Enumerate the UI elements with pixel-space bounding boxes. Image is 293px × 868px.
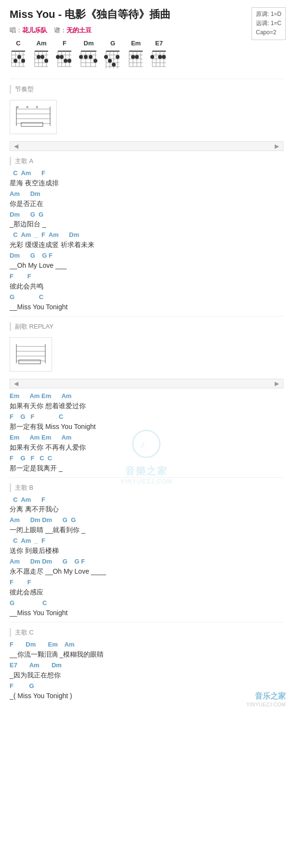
chord-E7-diagram — [150, 48, 168, 69]
svg-text:×: × — [16, 105, 19, 110]
verse-a-lyric-6: 彼此会共鸣 — [10, 281, 283, 291]
scroll-right-arrow-2[interactable]: ▶ — [275, 380, 279, 387]
svg-point-11 — [21, 59, 25, 63]
verse-c-chord-3: F G — [10, 682, 283, 690]
verse-b-chord-6: G C — [10, 599, 283, 607]
verse-b-chord-2: Am Dm Dm G G — [10, 516, 283, 524]
svg-point-21 — [37, 55, 40, 59]
verse-c-lyric-1: __你流一颗泪滴 _模糊我的眼睛 — [10, 649, 283, 660]
chord-E7: E7 — [150, 40, 168, 71]
svg-point-85 — [162, 55, 166, 59]
capo: Capo=2 — [256, 28, 281, 37]
verse-b-lyric-3: 送你 到最后楼梯 — [10, 546, 283, 556]
verse-a-lyric-5: __Oh My Love ___ — [10, 261, 283, 271]
bottom-watermark-sub: YINYUEZJ.COM — [246, 702, 286, 707]
rhythm-pattern-box: × × × — [10, 100, 57, 134]
verse-a-chord-6: F F — [10, 273, 283, 281]
chord-Am: Am — [33, 40, 50, 71]
chord-Dm-diagram — [79, 48, 98, 69]
key-original: 原调: 1=D — [256, 10, 281, 19]
chorus-lyric-2: 那一定有我 Miss You Tonight — [10, 422, 283, 432]
chord-C: C — [10, 40, 27, 71]
chord-Am-diagram — [33, 48, 50, 69]
chorus-rhythm-svg — [14, 342, 48, 366]
scroll-right-arrow[interactable]: ▶ — [275, 143, 279, 150]
verse-b-lyric-6: __Miss You Tonight — [10, 608, 283, 618]
rhythm-section-header: 节奏型 — [10, 85, 283, 94]
verse-b-lyric-5: 彼此会感应 — [10, 587, 283, 597]
chord-diagrams: C Am — [10, 40, 283, 71]
chord-G-diagram — [104, 48, 121, 71]
chorus-chord-3: Em Am Em Am — [10, 434, 283, 442]
svg-point-72 — [131, 55, 135, 59]
svg-point-59 — [104, 55, 108, 59]
chord-Em-diagram — [127, 48, 145, 69]
svg-point-61 — [108, 59, 112, 63]
verse-b-lyric-4: 永不愿走尽 __Oh My Love ____ — [10, 566, 283, 577]
verse-a-chord-5: Dm G G F — [10, 252, 283, 260]
scroll-left-arrow[interactable]: ◀ — [14, 143, 18, 150]
chord-Em: Em — [127, 40, 145, 71]
chorus-rhythm-box — [10, 337, 52, 372]
verse-a-section: C Am F 星海 夜空连成排 Am Dm 你是否正在 Dm G G _那边阳台… — [10, 169, 283, 312]
chord-Dm: Dm — [79, 40, 98, 71]
verse-a-lyric-7: __Miss You Tonight — [10, 302, 283, 312]
svg-rect-95 — [21, 123, 43, 126]
chord-F: F — [56, 40, 73, 71]
svg-rect-104 — [19, 360, 40, 364]
chorus-lyric-1: 如果有天你 想着谁爱过你 — [10, 401, 283, 411]
svg-text:×: × — [36, 105, 38, 110]
svg-point-48 — [89, 55, 93, 59]
verse-c-header: 主歌 C — [10, 628, 283, 637]
chord-F-diagram — [56, 48, 73, 69]
singer-label: 唱： — [10, 27, 22, 34]
svg-text:×: × — [26, 105, 28, 110]
chorus-chord-4: F G F C C — [10, 455, 283, 463]
verse-b-header: 主歌 B — [10, 483, 283, 492]
verse-b-chord-5: F F — [10, 579, 283, 587]
verse-b-section: C Am F 分离 离不开我心 Am Dm Dm G G 一闭上眼睛 __就看到… — [10, 496, 283, 618]
svg-point-36 — [67, 59, 71, 63]
chorus-lyric-4: 那一定是我离开 _ — [10, 463, 283, 473]
svg-point-46 — [79, 55, 83, 59]
verse-a-chord-2: Am Dm — [10, 190, 283, 198]
scroll-left-arrow-2[interactable]: ◀ — [14, 380, 18, 387]
svg-point-84 — [158, 55, 162, 59]
singer-value: 花儿乐队 — [22, 27, 47, 34]
chord-G: G — [104, 40, 121, 71]
scroll-bar[interactable]: ◀ ▶ — [10, 141, 283, 151]
key-play: 远调: 1=C — [256, 19, 281, 28]
verse-a-lyric-3: _那边阳台 _ — [10, 219, 283, 229]
svg-point-83 — [150, 55, 154, 59]
verse-b-chord-4: Am Dm Dm G G F — [10, 558, 283, 566]
verse-b-lyric-2: 一闭上眼睛 __就看到你 _ — [10, 525, 283, 535]
bottom-watermark-main: 音乐之家 — [246, 691, 286, 702]
svg-point-22 — [40, 55, 44, 59]
scroll-bar-2[interactable]: ◀ ▶ — [10, 379, 283, 388]
svg-point-10 — [13, 59, 17, 63]
chorus-lyric-3: 如果有天你 不再有人爱你 — [10, 442, 283, 453]
verse-c-chord-1: F Dm Em Am — [10, 641, 283, 649]
verse-a-chord-4: C Am _ F Am Dm — [10, 231, 283, 239]
rhythm-pattern-svg: × × × — [14, 104, 53, 128]
verse-a-lyric-1: 星海 夜空连成排 — [10, 178, 283, 188]
page-title: Miss You - 电影《独自等待》插曲 — [10, 7, 283, 22]
svg-point-34 — [60, 55, 64, 59]
svg-point-35 — [64, 59, 67, 63]
svg-point-9 — [17, 55, 21, 59]
verse-b-chord-3: C Am _ F — [10, 537, 283, 545]
key-info-box: 原调: 1=D 远调: 1=C Capo=2 — [252, 7, 286, 40]
verse-c-lyric-3: _( Miss You Tonight ) — [10, 691, 283, 701]
verse-a-lyric-2: 你是否正在 — [10, 199, 283, 209]
arranger-label: 谱： — [54, 27, 67, 34]
verse-a-chord-3: Dm G G — [10, 211, 283, 219]
chorus-chord-2: F G F C — [10, 413, 283, 421]
svg-point-62 — [112, 63, 116, 67]
svg-point-73 — [135, 55, 139, 59]
chorus-header: 副歌 REPLAY — [10, 322, 283, 331]
arranger-value: 无的土豆 — [67, 27, 92, 34]
svg-point-23 — [44, 59, 48, 63]
meta-row: 唱：花儿乐队 谱：无的土豆 — [10, 26, 283, 35]
verse-a-lyric-4: 光彩 缓缓连成竖 祈求着未来 — [10, 240, 283, 250]
chorus-chord-1: Em Am Em Am — [10, 392, 283, 400]
